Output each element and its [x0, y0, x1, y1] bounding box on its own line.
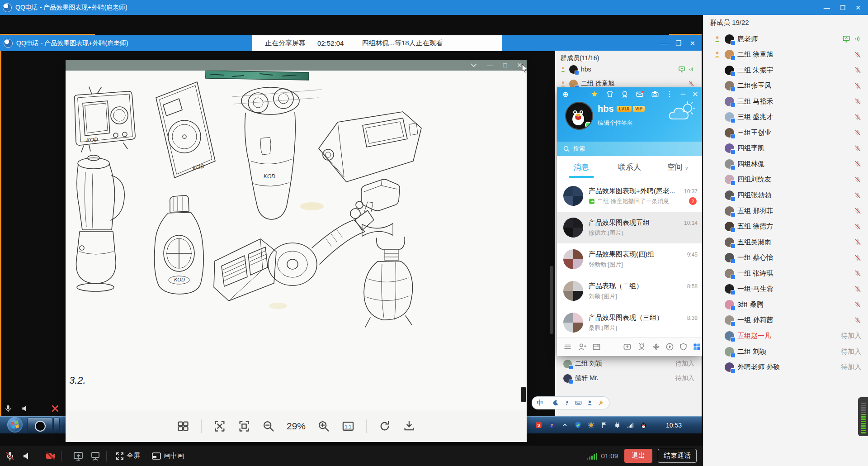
mic-muted-icon[interactable]: [854, 67, 861, 74]
mic-muted-icon[interactable]: [854, 301, 861, 308]
scrollbar-thumb[interactable]: [550, 266, 553, 334]
speaker-dark-icon[interactable]: [21, 404, 30, 413]
share-screen-button[interactable]: [73, 451, 84, 461]
layout-icon[interactable]: [177, 420, 189, 433]
camera-icon[interactable]: [651, 90, 659, 98]
conversation-item[interactable]: 产品表现（二组） 8:58 刘颖:[图片]: [557, 275, 702, 307]
zoom-in-icon[interactable]: [317, 420, 330, 433]
gear-blue-tray-icon[interactable]: [587, 421, 595, 429]
member-row[interactable]: 外聘老师 孙硕 待加入: [703, 361, 868, 374]
minimize-icon[interactable]: [679, 90, 687, 98]
conversation-item[interactable]: 产品效果图表现(四)组 9:45 张勃勃:[图片]: [557, 243, 702, 275]
mic-light-icon[interactable]: [4, 404, 13, 413]
member-row[interactable]: 三组 马裕禾: [703, 95, 868, 108]
taskbar-app-button[interactable]: [27, 418, 52, 433]
knot-icon[interactable]: [652, 342, 660, 351]
mic-muted-icon[interactable]: [854, 238, 861, 246]
penguin-tray-icon[interactable]: [640, 421, 647, 429]
member-row[interactable]: 四组李凯: [703, 142, 868, 155]
mic-muted-icon[interactable]: [854, 114, 861, 121]
one-to-one-icon[interactable]: 1:1: [342, 420, 354, 433]
member-row[interactable]: 五组 徐德方: [703, 220, 868, 233]
member-row[interactable]: 三组王创业: [703, 126, 868, 139]
pip-button[interactable]: 画中画: [152, 452, 184, 460]
star-icon[interactable]: [590, 90, 599, 98]
tab-0[interactable]: 消息: [557, 162, 605, 172]
viewer-maximize-button[interactable]: □: [503, 62, 507, 69]
close-icon[interactable]: [691, 90, 699, 98]
member-row[interactable]: 三组 盛兆才: [703, 110, 868, 124]
conversation-item[interactable]: 产品效果图表现+外聘(扈老... 10:37 二组 徐童旭撤回了一条消息 2: [557, 180, 702, 212]
shield-tray-icon[interactable]: [574, 421, 582, 429]
start-button[interactable]: [7, 417, 23, 433]
ime-wrench-icon[interactable]: [598, 399, 604, 406]
ime-comma-icon[interactable]: [564, 399, 571, 406]
folder-icon[interactable]: [592, 342, 601, 351]
signal-tray-icon[interactable]: [627, 421, 634, 429]
mic-muted-icon[interactable]: [854, 51, 861, 58]
plug-tray-icon[interactable]: [613, 421, 621, 429]
qq-logo-icon[interactable]: [561, 90, 570, 98]
s-red-tray-icon[interactable]: S: [535, 421, 542, 429]
member-row[interactable]: 五组吴淑雨: [703, 235, 868, 249]
flag-tray-icon[interactable]: [600, 421, 608, 429]
ime-moon-icon[interactable]: [552, 399, 559, 406]
fullscreen-button[interactable]: 全屏: [116, 452, 140, 460]
taskbar-app-button-2[interactable]: [53, 418, 60, 433]
outer-minimize-button[interactable]: —: [824, 4, 830, 11]
ime-language-indicator[interactable]: 中: [537, 399, 543, 407]
signature-edit[interactable]: 编辑个性签名: [598, 119, 633, 127]
member-row[interactable]: 二组张玉凤: [703, 79, 868, 93]
mic-muted-icon[interactable]: [854, 145, 861, 152]
outer-close-button[interactable]: ✕: [855, 4, 861, 11]
member-row[interactable]: 一组 孙莉茜: [703, 314, 868, 327]
mic-muted-icon[interactable]: [854, 98, 861, 105]
member-row[interactable]: 一组 蔡心怡: [703, 251, 868, 265]
camera-off-button[interactable]: [45, 451, 56, 461]
mic-muted-icon[interactable]: [854, 176, 861, 183]
inner-close-button[interactable]: ✕: [689, 39, 695, 48]
conversation-item[interactable]: 产品效果图表现五组 10:14 徐德方:[图片]: [557, 212, 702, 243]
outer-maximize-button[interactable]: ❐: [840, 4, 846, 11]
end-call-button[interactable]: 结束通话: [658, 449, 697, 463]
viewer-collapse-icon[interactable]: [471, 63, 477, 67]
game-box-icon[interactable]: [623, 342, 632, 351]
inner-minimize-button[interactable]: —: [660, 39, 667, 47]
speaker-on-button[interactable]: [22, 451, 33, 461]
member-row[interactable]: 四组林侃: [703, 157, 868, 171]
medal-icon[interactable]: [621, 90, 629, 98]
mic-muted-icon[interactable]: [854, 254, 861, 262]
mail-icon[interactable]: [636, 90, 644, 98]
member-row[interactable]: 四组张勃勃: [703, 189, 868, 202]
download-icon[interactable]: [403, 420, 415, 433]
add-person-icon[interactable]: [578, 342, 586, 351]
mic-muted-icon[interactable]: [854, 192, 861, 199]
mic-muted-icon[interactable]: [854, 285, 861, 293]
member-row[interactable]: 3组 桑腾: [703, 298, 868, 311]
member-row[interactable]: 二组 刘颖 待加入: [703, 345, 868, 358]
snip-icon[interactable]: [213, 420, 226, 433]
mic-muted-icon[interactable]: [854, 317, 861, 324]
shirt-icon[interactable]: [606, 90, 614, 98]
member-row[interactable]: 一组-马生蓉: [703, 282, 868, 296]
speaker-tray-icon[interactable]: [653, 421, 660, 429]
search-bar[interactable]: 搜索: [557, 142, 702, 156]
tab-2[interactable]: 空间 ∨: [654, 162, 702, 172]
shield-heart-icon[interactable]: [679, 342, 688, 351]
member-row[interactable]: 五组 邢羽菲: [703, 204, 868, 218]
viewer-titlebar[interactable]: — □ ✕: [66, 60, 527, 71]
mic-muted-icon[interactable]: [854, 160, 861, 167]
member-row[interactable]: 四组刘统友: [703, 173, 868, 186]
chevron-up-tray-icon[interactable]: [561, 421, 569, 429]
question-tray-icon[interactable]: ?: [548, 421, 556, 429]
shared-member-row[interactable]: 二组 刘颖 待加入: [555, 358, 702, 370]
weather-icon[interactable]: [668, 101, 696, 123]
mic-muted-icon[interactable]: [854, 82, 861, 90]
conversation-item[interactable]: 产品效果图表现（三组） 8:39 桑腾:[图片]: [557, 307, 702, 337]
zoom-out-icon[interactable]: [262, 420, 275, 433]
rotate-icon[interactable]: [378, 420, 391, 433]
ime-toolbar[interactable]: 中: [532, 396, 609, 409]
x-red-icon[interactable]: [51, 404, 60, 413]
shared-member-row[interactable]: 懿轩 Mr. 待加入: [555, 372, 702, 384]
qq-profile-avatar[interactable]: [565, 102, 593, 130]
